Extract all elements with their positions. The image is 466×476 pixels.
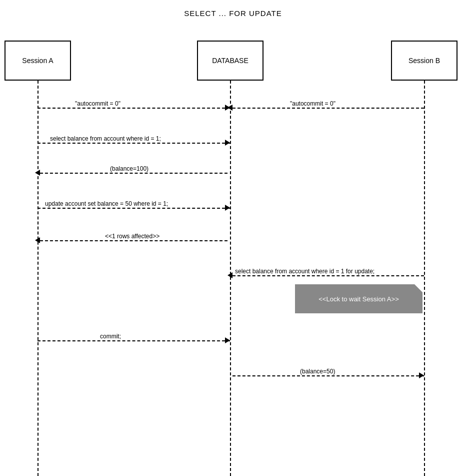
arrow-update-account bbox=[38, 208, 230, 209]
arrow-label-update-account: update account set balance = 50 where id… bbox=[45, 200, 168, 207]
arrow-autocommit-a bbox=[38, 108, 230, 109]
actor-session-b: Session B bbox=[391, 41, 458, 81]
arrow-label-select-for-update: select balance from account where id = 1… bbox=[235, 268, 374, 275]
arrow-label-rows-affected: <<1 rows affected>> bbox=[105, 233, 160, 240]
arrowhead-select-for-update bbox=[228, 272, 232, 278]
arrowhead-update-account bbox=[225, 205, 230, 211]
arrow-rows-affected bbox=[40, 240, 228, 241]
arrow-balance-50 bbox=[232, 375, 424, 376]
arrowhead-select-balance bbox=[225, 140, 230, 146]
arrow-select-balance bbox=[38, 143, 230, 144]
actor-database: DATABASE bbox=[197, 41, 264, 81]
arrow-label-select-balance: select balance from account where id = 1… bbox=[50, 135, 161, 142]
arrow-autocommit-b bbox=[232, 108, 424, 109]
arrow-select-for-update bbox=[232, 275, 424, 276]
lifeline-session-a bbox=[38, 81, 38, 476]
arrowhead-balance-50 bbox=[419, 372, 424, 378]
arrowhead-balance-100 bbox=[35, 170, 40, 176]
arrow-label-balance-100: (balance=100) bbox=[110, 165, 148, 172]
arrow-label-balance-50: (balance=50) bbox=[300, 368, 335, 375]
arrow-commit bbox=[38, 340, 230, 341]
diagram: SELECT ... FOR UPDATE Session A DATABASE… bbox=[0, 0, 466, 476]
note-lock-wait: <<Lock to wait Session A>> bbox=[295, 284, 422, 313]
lifeline-session-b bbox=[424, 81, 425, 476]
actor-session-a: Session A bbox=[4, 41, 71, 81]
lifeline-database bbox=[230, 81, 231, 476]
arrowhead-rows-affected bbox=[35, 237, 40, 243]
arrowhead-commit bbox=[225, 337, 230, 343]
arrow-label-autocommit-a: "autocommit = 0" bbox=[75, 100, 120, 107]
arrowhead-autocommit-b bbox=[228, 105, 232, 111]
arrow-balance-100 bbox=[40, 173, 228, 174]
diagram-title: SELECT ... FOR UPDATE bbox=[0, 0, 466, 18]
arrow-label-commit: commit; bbox=[100, 333, 121, 340]
arrow-label-autocommit-b: "autocommit = 0" bbox=[290, 100, 336, 107]
